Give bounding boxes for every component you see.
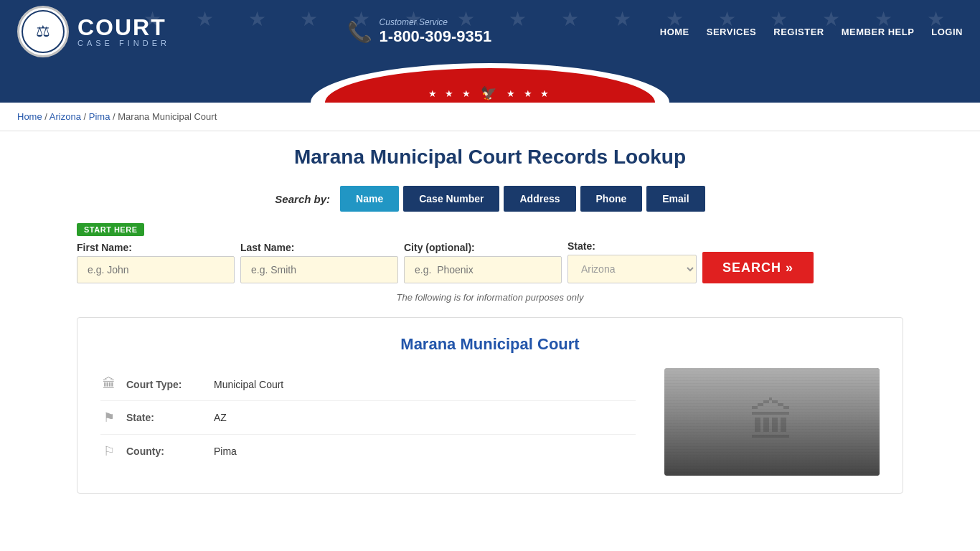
site-header: ⚖ COURT CASE FINDER 📞 Customer Service 1…: [0, 0, 980, 63]
phone-details: Customer Service 1-800-309-9351: [380, 17, 492, 46]
court-info-table: 🏛 Court Type: Municipal Court ⚑ State: A…: [100, 368, 636, 476]
main-nav: HOME SERVICES REGISTER MEMBER HELP LOGIN: [660, 27, 963, 37]
nav-register[interactable]: REGISTER: [773, 27, 824, 37]
flag-icon: ⚑: [100, 410, 118, 425]
logo-text: COURT CASE FINDER: [69, 13, 179, 50]
court-type-row: 🏛 Court Type: Municipal Court: [100, 368, 636, 401]
customer-service-label: Customer Service: [380, 17, 492, 27]
county-label: County:: [126, 446, 205, 457]
eagle-icon: 🦅: [481, 85, 499, 101]
state-label: State:: [567, 240, 697, 252]
tab-phone[interactable]: Phone: [580, 186, 643, 212]
search-by-row: Search by: Name Case Number Address Phon…: [77, 186, 903, 212]
building-icon: 🏛: [100, 377, 118, 392]
state-field: State: Arizona Alabama Alaska California…: [567, 240, 697, 283]
logo-emblem: ⚖: [22, 10, 65, 53]
last-name-label: Last Name:: [240, 242, 398, 253]
logo-case-finder-text: CASE FINDER: [77, 39, 170, 47]
tab-name[interactable]: Name: [340, 186, 399, 212]
nav-login[interactable]: LOGIN: [931, 27, 963, 37]
city-label: City (optional):: [404, 242, 562, 253]
phone-number: 1-800-309-9351: [380, 27, 492, 46]
breadcrumb: Home / Arizona / Pima / Marana Municipal…: [0, 103, 980, 131]
breadcrumb-arizona[interactable]: Arizona: [50, 111, 81, 122]
county-row: ⚐ County: Pima: [100, 435, 636, 468]
search-by-label: Search by:: [275, 193, 330, 205]
breadcrumb-current: Marana Municipal Court: [118, 111, 217, 122]
banner-arch-content: ★ ★ ★ 🦅 ★ ★ ★: [428, 85, 552, 101]
tab-email[interactable]: Email: [646, 186, 705, 212]
info-note: The following is for information purpose…: [77, 292, 903, 303]
court-card-body: 🏛 Court Type: Municipal Court ⚑ State: A…: [100, 368, 880, 476]
first-name-label: First Name:: [77, 242, 235, 253]
logo-area: ⚖ COURT CASE FINDER: [17, 6, 179, 57]
search-button[interactable]: SEARCH »: [702, 252, 814, 283]
county-value: Pima: [214, 446, 237, 457]
last-name-input[interactable]: [240, 256, 398, 283]
first-name-field: First Name:: [77, 242, 235, 283]
search-form: First Name: Last Name: City (optional): …: [77, 240, 903, 283]
breadcrumb-pima[interactable]: Pima: [89, 111, 110, 122]
tab-case-number[interactable]: Case Number: [403, 186, 499, 212]
nav-home[interactable]: HOME: [660, 27, 689, 37]
state-info-label: State:: [126, 412, 205, 423]
start-here-badge: START HERE: [77, 223, 144, 236]
first-name-input[interactable]: [77, 256, 235, 283]
banner-stars-right: ★ ★ ★: [507, 88, 552, 99]
banner-stars-left: ★ ★ ★: [428, 88, 473, 99]
map-marker-icon: ⚐: [100, 443, 118, 459]
state-info-value: AZ: [214, 412, 227, 423]
nav-services[interactable]: SERVICES: [707, 27, 757, 37]
phone-icon: 📞: [347, 20, 372, 44]
nav-member-help[interactable]: MEMBER HELP: [842, 27, 915, 37]
court-image: [664, 368, 880, 476]
state-row: ⚑ State: AZ: [100, 401, 636, 435]
court-card-title: Marana Municipal Court: [100, 335, 880, 354]
last-name-field: Last Name:: [240, 242, 398, 283]
logo-badge: ⚖: [17, 6, 69, 57]
breadcrumb-home[interactable]: Home: [17, 111, 42, 122]
logo-court-text: COURT: [77, 16, 170, 39]
tab-address[interactable]: Address: [504, 186, 575, 212]
main-content: Marana Municipal Court Records Lookup Se…: [60, 131, 920, 508]
city-field: City (optional):: [404, 242, 562, 283]
city-input[interactable]: [404, 256, 562, 283]
state-select[interactable]: Arizona Alabama Alaska California Colora…: [567, 255, 697, 283]
phone-area: 📞 Customer Service 1-800-309-9351: [347, 17, 492, 46]
banner-arch: ★ ★ ★ 🦅 ★ ★ ★: [0, 63, 980, 103]
court-type-label: Court Type:: [126, 379, 205, 390]
page-title: Marana Municipal Court Records Lookup: [77, 146, 903, 169]
court-type-value: Municipal Court: [214, 379, 283, 390]
court-card: Marana Municipal Court 🏛 Court Type: Mun…: [77, 317, 903, 494]
